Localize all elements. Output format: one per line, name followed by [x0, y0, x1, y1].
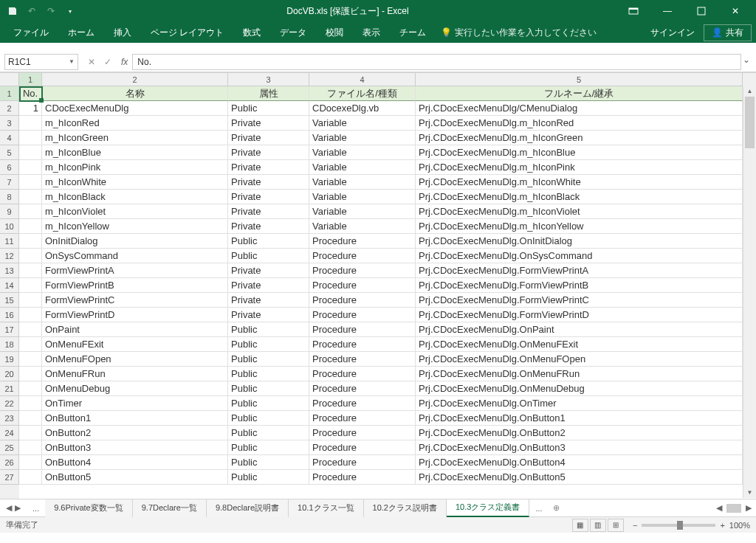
cell[interactable]: Prj.CDocExecMenuDlg.OnInitDialog	[416, 234, 743, 249]
fx-icon[interactable]: fx	[121, 57, 128, 67]
cell[interactable]: Prj.CDocExecMenuDlg.m_hIconWhite	[416, 175, 743, 190]
cell[interactable]: m_hIconYellow	[42, 219, 228, 234]
ribbon-options-icon[interactable]	[617, 0, 650, 22]
cell[interactable]: Public	[228, 322, 309, 337]
cell[interactable]: OnPaint	[42, 322, 228, 337]
cell[interactable]: Prj.CDocExecMenuDlg.FormViewPrintD	[416, 308, 743, 322]
cell[interactable]: Public	[228, 440, 309, 455]
cell[interactable]: m_hIconViolet	[42, 204, 228, 219]
cancel-icon[interactable]: ✕	[84, 57, 99, 67]
tab-file[interactable]: ファイル	[4, 22, 58, 43]
cell[interactable]	[19, 249, 42, 263]
cell[interactable]: Procedure	[309, 278, 416, 293]
sheet-tab[interactable]: 10.1クラス一覧	[289, 499, 363, 517]
sheet-tab[interactable]: 9.7Declare一覧	[133, 499, 207, 517]
cell[interactable]: Private	[228, 308, 309, 322]
cell[interactable]: Variable	[309, 190, 416, 204]
cell[interactable]: Prj.CDocExecMenuDlg.m_hIconYellow	[416, 219, 743, 234]
cell[interactable]: Procedure	[309, 381, 416, 396]
zoom-out-button[interactable]: −	[633, 521, 637, 530]
cell[interactable]: Private	[228, 190, 309, 204]
row-header[interactable]: 8	[0, 190, 19, 204]
cell[interactable]: m_hIconBlue	[42, 145, 228, 160]
col-header-1[interactable]: 1	[19, 73, 42, 86]
cell[interactable]: Procedure	[309, 352, 416, 367]
cell[interactable]: Prj.CDocExecMenuDlg.OnPaint	[416, 322, 743, 337]
cell[interactable]: Variable	[309, 219, 416, 234]
cell[interactable]: Public	[228, 234, 309, 249]
cell[interactable]: Public	[228, 352, 309, 367]
row-header[interactable]: 18	[0, 337, 19, 352]
cell[interactable]: Procedure	[309, 322, 416, 337]
tell-me-search[interactable]: 💡 実行したい作業を入力してください	[441, 27, 597, 39]
tab-view[interactable]: 表示	[354, 22, 389, 43]
cell[interactable]: m_hIconPink	[42, 160, 228, 175]
cell[interactable]	[19, 440, 42, 455]
cell[interactable]: Private	[228, 131, 309, 145]
row-header[interactable]: 24	[0, 426, 19, 440]
cell[interactable]	[19, 381, 42, 396]
cell[interactable]: Private	[228, 263, 309, 278]
cell[interactable]: Variable	[309, 204, 416, 219]
cell[interactable]	[19, 322, 42, 337]
tab-home[interactable]: ホーム	[59, 22, 103, 43]
cell[interactable]: Prj.CDocExecMenuDlg.FormViewPrintB	[416, 278, 743, 293]
sheet-tab[interactable]: 10.2クラス説明書	[364, 499, 447, 517]
cell[interactable]: Private	[228, 219, 309, 234]
tab-pagelayout[interactable]: ページ レイアウト	[142, 22, 233, 43]
cell[interactable]: Procedure	[309, 396, 416, 411]
cell[interactable]: Private	[228, 160, 309, 175]
row-header[interactable]: 7	[0, 175, 19, 190]
row-header[interactable]: 16	[0, 308, 19, 322]
cell[interactable]: Public	[228, 411, 309, 426]
cell[interactable]: Public	[228, 381, 309, 396]
table-header-cell[interactable]: No.	[19, 86, 42, 101]
cell[interactable]: Private	[228, 278, 309, 293]
cell[interactable]: Procedure	[309, 337, 416, 352]
row-header[interactable]: 26	[0, 455, 19, 470]
cell[interactable]: Variable	[309, 131, 416, 145]
cell[interactable]: Procedure	[309, 440, 416, 455]
table-header-cell[interactable]: フルネーム/継承	[416, 86, 743, 101]
cell[interactable]: Procedure	[309, 263, 416, 278]
cell[interactable]: Variable	[309, 160, 416, 175]
cell[interactable]: Prj.CDocExecMenuDlg.m_hIconBlue	[416, 145, 743, 160]
cell[interactable]: Prj.CDocExecMenuDlg.OnButton5	[416, 470, 743, 485]
cell[interactable]	[19, 263, 42, 278]
cell[interactable]	[19, 396, 42, 411]
cell[interactable]: CDocExecMenuDlg	[42, 101, 228, 116]
cell[interactable]: m_hIconRed	[42, 116, 228, 131]
zoom-in-button[interactable]: +	[720, 521, 724, 530]
row-header[interactable]: 17	[0, 322, 19, 337]
cell[interactable]: Prj.CDocExecMenuDlg.m_hIconViolet	[416, 204, 743, 219]
cell[interactable]: OnButton4	[42, 455, 228, 470]
cell[interactable]: Public	[228, 367, 309, 381]
cell[interactable]	[19, 308, 42, 322]
enter-icon[interactable]: ✓	[100, 57, 115, 67]
sheet-tab[interactable]: 10.3クラス定義書	[447, 499, 529, 517]
row-header[interactable]: 25	[0, 440, 19, 455]
minimize-button[interactable]: ―	[651, 0, 684, 22]
share-button[interactable]: 👤 共有	[704, 24, 752, 41]
cell[interactable]: Prj.CDocExecMenuDlg.OnMenuFExit	[416, 337, 743, 352]
cell[interactable]: Private	[228, 145, 309, 160]
formula-input[interactable]: No.	[132, 54, 741, 70]
cell[interactable]: Prj.CDocExecMenuDlg.OnButton3	[416, 440, 743, 455]
cell[interactable]: Prj.CDocExecMenuDlg.OnMenuDebug	[416, 381, 743, 396]
cell[interactable]: CDocexeDlg.vb	[309, 101, 416, 116]
cell[interactable]: Public	[228, 101, 309, 116]
cell[interactable]: Public	[228, 426, 309, 440]
row-header[interactable]: 11	[0, 234, 19, 249]
cell[interactable]: OnButton3	[42, 440, 228, 455]
cell[interactable]	[19, 116, 42, 131]
hscroll-thumb[interactable]	[726, 504, 741, 513]
row-header[interactable]: 1	[0, 86, 19, 101]
cell[interactable]: Prj.CDocExecMenuDlg.OnMenuFOpen	[416, 352, 743, 367]
row-header[interactable]: 23	[0, 411, 19, 426]
view-pagebreak-icon[interactable]: ⊞	[608, 519, 624, 532]
add-sheet-button[interactable]: ⊕	[549, 503, 565, 513]
formula-expand-icon[interactable]: ⌄	[740, 55, 753, 65]
name-box-dropdown-icon[interactable]: ▼	[69, 58, 75, 65]
hscroll-right-icon[interactable]: ▶	[746, 503, 752, 513]
sheet-nav-next-icon[interactable]: ▶	[15, 503, 21, 513]
